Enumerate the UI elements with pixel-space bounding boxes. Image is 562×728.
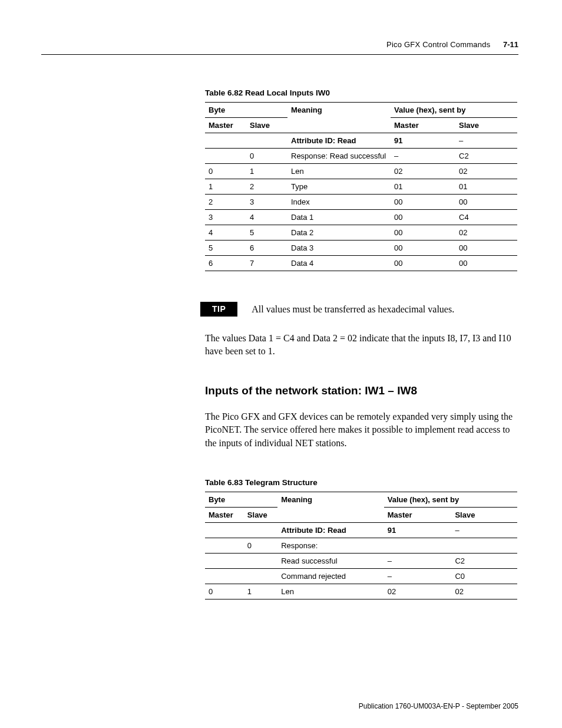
cell xyxy=(205,149,246,164)
cell: 5 xyxy=(246,225,287,241)
cell: Attribute ID: Read xyxy=(277,522,384,538)
table-read-local-inputs: Byte Meaning Value (hex), sent by Master… xyxy=(205,102,517,271)
table-row: 4 5 Data 2 00 02 xyxy=(205,225,517,241)
cell: 3 xyxy=(246,195,287,210)
cell: 6 xyxy=(205,256,246,271)
cell xyxy=(451,538,517,553)
cell: 1 xyxy=(246,164,287,179)
cell: 1 xyxy=(205,179,246,195)
th-byte: Byte xyxy=(205,103,287,118)
cell: Response: xyxy=(277,538,384,553)
th-byte: Byte xyxy=(205,492,277,507)
th-value: Value (hex), sent by xyxy=(391,103,517,118)
cell: 01 xyxy=(391,179,455,195)
cell: 91 xyxy=(391,133,455,149)
cell: 0 xyxy=(244,538,277,553)
cell: 00 xyxy=(455,241,517,256)
cell: 00 xyxy=(391,195,455,210)
body-paragraph: The values Data 1 = C4 and Data 2 = 02 i… xyxy=(205,332,518,358)
cell: 0 xyxy=(205,164,246,179)
th-meaning: Meaning xyxy=(277,492,384,522)
th-vmaster: Master xyxy=(391,118,455,133)
cell: Attribute ID: Read xyxy=(287,133,391,149)
publication-footer: Publication 1760-UM003A-EN-P - September… xyxy=(359,702,518,710)
cell: 00 xyxy=(455,256,517,271)
cell: Index xyxy=(287,195,391,210)
table-row: Attribute ID: Read 91 – xyxy=(205,522,517,538)
cell: 00 xyxy=(455,195,517,210)
table-row: Read successful – C2 xyxy=(205,553,517,568)
table-row: Byte Meaning Value (hex), sent by xyxy=(205,103,517,118)
tip-text: All values must be transferred as hexade… xyxy=(252,302,518,316)
cell xyxy=(244,553,277,568)
th-slave: Slave xyxy=(246,118,287,133)
table2-caption: Table 6.83 Telegram Structure xyxy=(205,478,518,487)
cell: 02 xyxy=(451,584,517,599)
cell: 02 xyxy=(455,225,517,241)
cell: Data 2 xyxy=(287,225,391,241)
cell: C2 xyxy=(451,553,517,568)
cell: C0 xyxy=(451,568,517,584)
cell: 02 xyxy=(391,164,455,179)
cell xyxy=(205,553,244,568)
cell: C4 xyxy=(455,210,517,225)
cell: 4 xyxy=(205,225,246,241)
th-vslave: Slave xyxy=(455,118,517,133)
cell: Response: Read successful xyxy=(287,149,391,164)
cell: – xyxy=(391,149,455,164)
cell xyxy=(205,538,244,553)
cell: 00 xyxy=(391,225,455,241)
table-row: 3 4 Data 1 00 C4 xyxy=(205,210,517,225)
cell xyxy=(205,568,244,584)
table-row: 0 1 Len 02 02 xyxy=(205,584,517,599)
cell: 2 xyxy=(246,179,287,195)
cell: – xyxy=(384,553,452,568)
cell: 00 xyxy=(391,241,455,256)
cell: Read successful xyxy=(277,553,384,568)
table-row: 1 2 Type 01 01 xyxy=(205,179,517,195)
cell: 01 xyxy=(455,179,517,195)
cell: 00 xyxy=(391,210,455,225)
cell: 02 xyxy=(455,164,517,179)
cell: C2 xyxy=(455,149,517,164)
cell: Command rejected xyxy=(277,568,384,584)
cell: Data 3 xyxy=(287,241,391,256)
table-row: 5 6 Data 3 00 00 xyxy=(205,241,517,256)
cell: Data 4 xyxy=(287,256,391,271)
cell: 00 xyxy=(391,256,455,271)
cell xyxy=(246,133,287,149)
cell: Data 1 xyxy=(287,210,391,225)
cell: 2 xyxy=(205,195,246,210)
th-value: Value (hex), sent by xyxy=(384,492,517,507)
cell: 91 xyxy=(384,522,452,538)
cell xyxy=(205,522,244,538)
table-row: Attribute ID: Read 91 – xyxy=(205,133,517,149)
section-heading: Inputs of the network station: IW1 – IW8 xyxy=(205,384,518,397)
th-master: Master xyxy=(205,118,246,133)
cell: 1 xyxy=(244,584,277,599)
cell: Len xyxy=(287,164,391,179)
table1-caption: Table 6.82 Read Local Inputs IW0 xyxy=(205,88,518,97)
cell: 02 xyxy=(384,584,452,599)
cell: – xyxy=(451,522,517,538)
th-master: Master xyxy=(205,507,244,522)
table-row: 0 Response: xyxy=(205,538,517,553)
th-vslave: Slave xyxy=(451,507,517,522)
cell xyxy=(205,133,246,149)
th-slave: Slave xyxy=(244,507,277,522)
cell: 6 xyxy=(246,241,287,256)
cell: – xyxy=(384,568,452,584)
table-row: 6 7 Data 4 00 00 xyxy=(205,256,517,271)
table-row: Command rejected – C0 xyxy=(205,568,517,584)
tip-block: TIP All values must be transferred as he… xyxy=(200,302,518,317)
table-row: 2 3 Index 00 00 xyxy=(205,195,517,210)
cell: 0 xyxy=(246,149,287,164)
cell: Type xyxy=(287,179,391,195)
tip-badge: TIP xyxy=(200,302,237,317)
cell: Len xyxy=(277,584,384,599)
cell xyxy=(244,568,277,584)
cell xyxy=(244,522,277,538)
table-row: 0 Response: Read successful – C2 xyxy=(205,149,517,164)
cell: – xyxy=(455,133,517,149)
cell: 5 xyxy=(205,241,246,256)
